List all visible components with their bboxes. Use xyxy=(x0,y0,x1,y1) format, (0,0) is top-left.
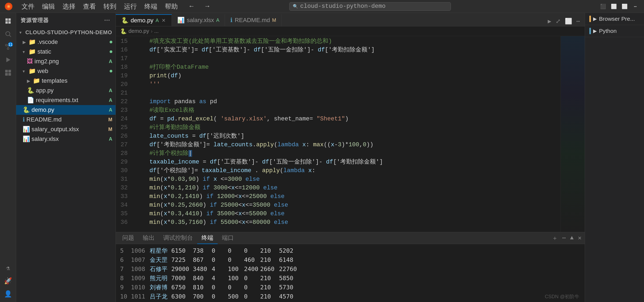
menu-goto[interactable]: 转到 xyxy=(100,1,120,12)
tree-label-readme: README.md xyxy=(26,116,62,123)
browser-preview-indicator xyxy=(589,16,591,22)
terminal-row-10: 10 1011 吕子龙 6300 700 0 500 0 210 4570 xyxy=(120,292,580,301)
panel-tab-problems[interactable]: 问题 xyxy=(118,232,138,244)
tab-close-demo-py[interactable]: ✕ xyxy=(161,18,166,23)
tree-item-static[interactable]: ▾ 📁 static xyxy=(16,47,116,57)
tree-item-img2[interactable]: 🖼 img2.png A xyxy=(16,57,116,66)
activity-run-debug[interactable] xyxy=(2,54,14,66)
menu-edit[interactable]: 编辑 xyxy=(39,1,58,12)
split-editor-btn[interactable]: ⬜ xyxy=(563,17,574,26)
panel-maximize-btn[interactable]: ▲ xyxy=(569,234,575,242)
tree-item-demo-py[interactable]: 🐍 demo.py A xyxy=(16,105,116,115)
tree-root[interactable]: ▾ CLOUD-STUDIO-PYTHON-DEMO xyxy=(16,27,116,37)
file-icon-readme: ℹ xyxy=(23,116,25,123)
tree-web-arrow: ▾ xyxy=(23,69,27,74)
svg-rect-12 xyxy=(8,70,11,72)
menu-file[interactable]: 文件 xyxy=(18,1,38,12)
tree-item-vscode[interactable]: ▶ 📁 .vscode xyxy=(16,37,116,47)
tree-item-requirements[interactable]: 📄 requirements.txt A xyxy=(16,95,116,105)
activity-search[interactable] xyxy=(2,28,14,40)
tree-item-readme[interactable]: ℹ README.md M xyxy=(16,115,116,124)
sidebar-header-actions: ⋯ xyxy=(103,16,111,24)
source-control-badge: 11 xyxy=(8,42,13,47)
terminal-row-5: 5 1006 程星华 6150 738 0 0 0 210 5202 xyxy=(120,246,580,255)
sidebar-more-btn[interactable]: ⋯ xyxy=(103,16,111,24)
activity-accounts[interactable]: 👤 xyxy=(2,288,14,300)
activity-deploy[interactable]: 🚀 xyxy=(2,275,14,287)
open-preview-btn[interactable]: ⤢ xyxy=(554,17,562,26)
terminal-content[interactable]: 5 1006 程星华 6150 738 0 0 0 210 5202 6 100… xyxy=(116,244,585,302)
tab-icon-readme-md: ℹ xyxy=(230,17,232,24)
tree-label-requirements: requirements.txt xyxy=(36,97,78,104)
panel-tab-terminal[interactable]: 终端 xyxy=(197,232,218,244)
panel-split-btn[interactable]: ⋯ xyxy=(561,233,567,243)
tab-icon-salary-xlsx: 📊 xyxy=(177,17,185,24)
folder-icon-web: 📁 xyxy=(29,68,36,75)
menu-run[interactable]: 运行 xyxy=(121,1,140,12)
tab-bar: 🐍 demo.py A ✕ 📊 salary.xlsx A ℹ README.m… xyxy=(116,13,585,26)
run-code-btn[interactable]: ▶ xyxy=(546,17,553,26)
activity-extensions[interactable] xyxy=(2,67,14,79)
svg-point-7 xyxy=(7,48,9,50)
nav-back[interactable]: ← xyxy=(186,2,197,11)
svg-rect-13 xyxy=(5,73,8,76)
main-container: 11 ⚗ 🚀 👤 资源管理器 xyxy=(0,13,644,302)
panel-tab-ports[interactable]: 端口 xyxy=(218,232,238,244)
tree-templates-arrow: ▶ xyxy=(27,78,31,84)
tab-label-salary-xlsx: salary.xlsx xyxy=(187,17,214,24)
search-bar[interactable]: 🔍 cloud-studio-python-demo xyxy=(289,2,451,11)
code-content[interactable]: #填充实发工资(此处简单用工资基数减去五险一金和考勤扣除的总和) df['实发工… xyxy=(132,36,561,232)
menu-bar: 文件 编辑 选择 查看 转到 运行 终端 帮助 xyxy=(18,1,181,12)
file-icon-requirements: 📄 xyxy=(27,97,34,104)
code-area[interactable]: 15 16 17 18 19 20 21 22 23 24 25 26 27 2… xyxy=(116,36,561,232)
tree-item-templates[interactable]: ▶ 📁 templates xyxy=(16,76,116,86)
tree-item-salary-output[interactable]: 📊 salary_output.xlsx M xyxy=(16,124,116,134)
tree-item-web[interactable]: ▾ 📁 web xyxy=(16,66,116,76)
tab-readme-md[interactable]: ℹ README.md M xyxy=(225,14,282,26)
menu-view[interactable]: 查看 xyxy=(80,1,99,12)
activity-source-control[interactable]: 11 xyxy=(2,41,14,53)
panel-close-btn[interactable]: ✕ xyxy=(577,233,583,243)
tab-demo-py[interactable]: 🐍 demo.py A ✕ xyxy=(116,14,172,26)
breadcrumb-file[interactable]: demo.py xyxy=(128,28,149,34)
breadcrumb: 🐍 demo.py › ... xyxy=(116,26,585,36)
activity-bar: 11 ⚗ 🚀 👤 xyxy=(0,13,16,302)
file-icon-app-py: 🐍 xyxy=(27,87,34,94)
activity-test[interactable]: ⚗ xyxy=(2,262,14,274)
tree-badge-requirements: A xyxy=(109,98,112,103)
minimap-content xyxy=(561,36,585,232)
panel-tab-actions: ＋ ⋯ ▲ ✕ xyxy=(551,233,583,243)
menu-help[interactable]: 帮助 xyxy=(162,1,181,12)
layout-split-btn[interactable]: ⬜ xyxy=(620,2,629,11)
tree-label-salary: salary.xlsx xyxy=(32,136,59,143)
layout-more-btn[interactable]: ⋯ xyxy=(631,2,640,11)
tab-salary-xlsx[interactable]: 📊 salary.xlsx A xyxy=(172,14,225,26)
right-panel-browser-preview[interactable]: ▶ Browser Pre... xyxy=(585,13,644,25)
menu-terminal[interactable]: 终端 xyxy=(141,1,161,12)
terminal-row-8: 8 1009 熊元明 7000 840 4 100 0 210 5850 xyxy=(120,274,580,283)
right-panel-python[interactable]: ▶ Python xyxy=(585,25,644,37)
tree-label-vscode: .vscode xyxy=(37,39,58,46)
svg-point-3 xyxy=(6,32,10,36)
file-icon-salary: 📊 xyxy=(23,136,30,143)
folder-icon-vscode: 📁 xyxy=(29,39,36,46)
tree-label-static: static xyxy=(37,48,51,55)
menu-select[interactable]: 选择 xyxy=(59,1,79,12)
tree-item-salary[interactable]: 📊 salary.xlsx A xyxy=(16,134,116,144)
right-panel-label-python: Python xyxy=(599,28,617,34)
breadcrumb-more[interactable]: ... xyxy=(154,28,159,34)
panel-add-btn[interactable]: ＋ xyxy=(551,233,559,243)
panel-tab-debug[interactable]: 调试控制台 xyxy=(159,232,197,244)
panel-tab-output[interactable]: 输出 xyxy=(138,232,159,244)
layout-panel-btn[interactable]: ⬜ xyxy=(610,2,618,11)
layout-sidebar-btn[interactable]: ⬛ xyxy=(599,2,607,11)
terminal-row-7: 7 1008 石修平 29000 3480 4 100 2400 2660 22… xyxy=(120,265,580,274)
tree-label-demo-py: demo.py xyxy=(32,106,54,113)
editor-more-btn[interactable]: ⋯ xyxy=(575,17,582,26)
nav-forward[interactable]: → xyxy=(202,2,212,11)
activity-explorer[interactable] xyxy=(2,15,14,27)
tree-item-app-py[interactable]: 🐍 app.py A xyxy=(16,86,116,95)
file-icon-img2: 🖼 xyxy=(27,58,33,65)
svg-marker-10 xyxy=(6,57,10,62)
svg-point-5 xyxy=(5,44,7,46)
